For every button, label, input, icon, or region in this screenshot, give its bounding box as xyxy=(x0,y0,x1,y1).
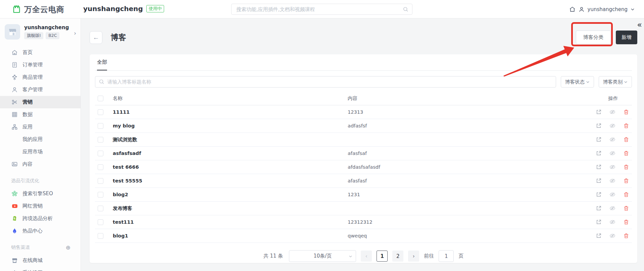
sidebar-item[interactable]: 数据 xyxy=(0,108,81,121)
row-checkbox[interactable] xyxy=(98,123,103,129)
add-new-button[interactable]: 新增 xyxy=(616,31,637,44)
sidebar-section-optimization: 选品引流优化 xyxy=(0,177,81,185)
row-checkbox[interactable] xyxy=(98,137,103,143)
row-checkbox[interactable] xyxy=(98,164,103,170)
eye-off-icon[interactable] xyxy=(609,178,615,184)
trash-icon[interactable] xyxy=(623,137,629,143)
sidebar-item[interactable]: S跨境选品分析 xyxy=(0,212,81,225)
page-size-select[interactable]: 10条/页 xyxy=(289,250,356,262)
trash-icon[interactable] xyxy=(623,192,629,198)
open-link-icon[interactable] xyxy=(596,150,602,156)
tab-bar: 全部 xyxy=(95,54,632,71)
row-checkbox[interactable] xyxy=(98,109,103,115)
blog-category-button[interactable]: 博客分类 xyxy=(576,31,611,44)
trash-icon[interactable] xyxy=(623,150,629,156)
back-button[interactable]: ← xyxy=(90,31,102,44)
sidebar-item[interactable]: 应用 xyxy=(0,121,81,133)
eye-off-icon[interactable] xyxy=(609,123,615,129)
trash-icon[interactable] xyxy=(623,219,629,225)
eye-off-icon[interactable] xyxy=(609,150,615,156)
sidebar-item[interactable]: 应用市场 xyxy=(0,146,81,158)
sidebar-item[interactable]: 内容 xyxy=(0,158,81,170)
open-link-icon[interactable] xyxy=(596,109,602,115)
blog-name: 11111 xyxy=(113,109,348,115)
sidebar-item[interactable]: 订单管理 xyxy=(0,59,81,71)
row-checkbox[interactable] xyxy=(98,178,103,184)
page-number-1[interactable]: 1 xyxy=(377,251,388,262)
sidebar-item[interactable]: 营销 xyxy=(0,96,81,108)
sidebar-item[interactable]: 网红营销 xyxy=(0,200,81,212)
open-link-icon[interactable] xyxy=(596,205,602,211)
blog-name: my blog xyxy=(113,123,348,128)
row-checkbox[interactable] xyxy=(98,206,103,211)
goto-page-input[interactable] xyxy=(439,250,454,262)
eye-off-icon[interactable] xyxy=(609,205,615,211)
user-icon[interactable] xyxy=(579,6,585,12)
sidebar-item[interactable]: 系统设置 xyxy=(0,267,81,271)
page-unit-label: 页 xyxy=(458,253,463,259)
next-page-button[interactable]: › xyxy=(408,251,419,262)
eye-off-icon[interactable] xyxy=(609,219,615,225)
brand-logo: 万全云电商 xyxy=(12,4,64,15)
sidebar-item[interactable]: 首页 xyxy=(0,46,81,59)
page-title: 博客 xyxy=(111,32,126,43)
prev-page-button[interactable]: ‹ xyxy=(361,251,372,262)
blog-name: asfasfsadf xyxy=(113,151,348,156)
user-name[interactable]: yunshangcheng xyxy=(588,6,628,12)
add-channel-icon[interactable]: ⊕ xyxy=(66,244,70,251)
open-link-icon[interactable] xyxy=(596,178,602,184)
sidebar-item[interactable]: 客户管理 xyxy=(0,84,81,96)
open-link-icon[interactable] xyxy=(596,192,602,198)
eye-off-icon[interactable] xyxy=(609,109,615,115)
select-all-checkbox[interactable] xyxy=(98,96,103,101)
chevron-down-icon[interactable] xyxy=(631,7,635,11)
blog-status-filter[interactable]: 博客状态 xyxy=(561,76,594,88)
store-name: yunshangcheng xyxy=(24,24,69,31)
trash-icon[interactable] xyxy=(623,164,629,170)
sidebar-section2-items: 在线商城系统设置 xyxy=(0,254,81,271)
trash-icon[interactable] xyxy=(623,233,629,239)
open-link-icon[interactable] xyxy=(596,123,602,129)
blog-category-filter[interactable]: 博客类别 xyxy=(599,76,632,88)
row-checkbox[interactable] xyxy=(98,192,103,198)
blog-title-search-input[interactable] xyxy=(95,76,556,88)
home-icon[interactable] xyxy=(569,6,576,12)
open-link-icon[interactable] xyxy=(596,233,602,239)
trash-icon[interactable] xyxy=(623,178,629,184)
collapse-panel-icon[interactable]: « xyxy=(637,21,642,29)
trash-icon[interactable] xyxy=(623,205,629,211)
sidebar-item[interactable]: 我的应用 xyxy=(0,133,81,146)
open-link-icon[interactable] xyxy=(596,137,602,143)
global-search-input[interactable] xyxy=(231,4,412,15)
brand-name: 万全云电商 xyxy=(24,4,64,15)
eye-off-icon[interactable] xyxy=(609,164,615,170)
trash-icon[interactable] xyxy=(623,123,629,129)
table-row: blog21231 xyxy=(95,188,632,202)
row-checkbox[interactable] xyxy=(98,219,103,225)
flame-icon xyxy=(11,227,18,234)
chevron-down-icon xyxy=(624,80,628,84)
row-checkbox[interactable] xyxy=(98,151,103,156)
sidebar-item[interactable]: 搜索引擎SEO xyxy=(0,187,81,200)
eye-off-icon[interactable] xyxy=(609,192,615,198)
open-link-icon[interactable] xyxy=(596,164,602,170)
in-use-badge: 使用中 xyxy=(146,5,164,12)
storefront-icon xyxy=(7,27,17,37)
store-type-badge: B2C xyxy=(46,32,59,39)
sidebar-item[interactable]: 在线商城 xyxy=(0,254,81,267)
sidebar-item[interactable]: 热品中心 xyxy=(0,225,81,237)
store-block[interactable]: yunshangcheng 旗舰版I B2C › xyxy=(0,18,81,44)
trash-icon[interactable] xyxy=(623,109,629,115)
eye-off-icon[interactable] xyxy=(609,137,615,143)
sidebar-item[interactable]: 商品管理 xyxy=(0,71,81,84)
main-content: « ← 博客 博客分类 新增 全部 xyxy=(81,18,644,271)
brand-logo-icon xyxy=(12,4,21,15)
tab-all[interactable]: 全部 xyxy=(97,59,107,70)
page-number-2[interactable]: 2 xyxy=(392,251,403,262)
table-row: my blogadfasfsf xyxy=(95,119,632,133)
chevron-right-icon[interactable]: › xyxy=(74,30,76,37)
chevron-down-icon xyxy=(349,255,352,258)
open-link-icon[interactable] xyxy=(596,219,602,225)
eye-off-icon[interactable] xyxy=(609,233,615,239)
row-checkbox[interactable] xyxy=(98,233,103,239)
